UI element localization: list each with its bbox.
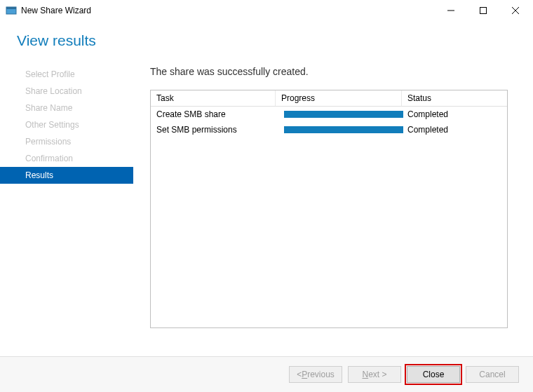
column-header-status[interactable]: Status [402,90,507,106]
svg-rect-3 [480,8,487,14]
sidebar-item-other-settings: Other Settings [0,116,133,133]
sidebar-item-results: Results [0,167,133,184]
content-area: Select Profile Share Location Share Name… [0,66,533,328]
main-panel: The share was successfully created. Task… [133,66,533,328]
sidebar-item-permissions: Permissions [0,133,133,150]
close-window-button[interactable] [499,0,532,21]
task-cell: Create SMB share [151,108,276,121]
status-cell: Completed [402,108,507,121]
window-controls [435,0,532,21]
progress-cell [276,109,402,119]
close-button[interactable]: Close [407,366,460,383]
titlebar: New Share Wizard [0,0,533,21]
progress-bar [284,126,403,133]
page-heading: View results [0,21,533,66]
cancel-button: Cancel [466,366,519,383]
results-table: Task Progress Status Create SMB share Co… [150,90,508,328]
result-message: The share was successfully created. [150,66,508,77]
column-header-task[interactable]: Task [151,90,276,106]
wizard-footer: < Previous Next > Close Cancel [0,356,533,392]
app-icon [6,5,17,16]
svg-rect-1 [6,7,16,9]
wizard-steps-sidebar: Select Profile Share Location Share Name… [0,66,133,328]
column-header-progress[interactable]: Progress [276,90,402,106]
sidebar-item-share-name: Share Name [0,100,133,116]
table-row: Create SMB share Completed [151,107,507,122]
window-title: New Share Wizard [21,6,91,15]
sidebar-item-select-profile: Select Profile [0,66,133,83]
progress-bar [284,111,403,118]
sidebar-item-share-location: Share Location [0,83,133,100]
next-button: Next > [348,366,401,383]
previous-button: < Previous [289,366,342,383]
status-cell: Completed [402,123,507,136]
maximize-button[interactable] [467,0,499,21]
table-row: Set SMB permissions Completed [151,122,507,137]
sidebar-item-confirmation: Confirmation [0,150,133,167]
progress-cell [276,125,402,135]
task-cell: Set SMB permissions [151,123,276,136]
minimize-button[interactable] [435,0,467,21]
table-header: Task Progress Status [151,90,507,107]
